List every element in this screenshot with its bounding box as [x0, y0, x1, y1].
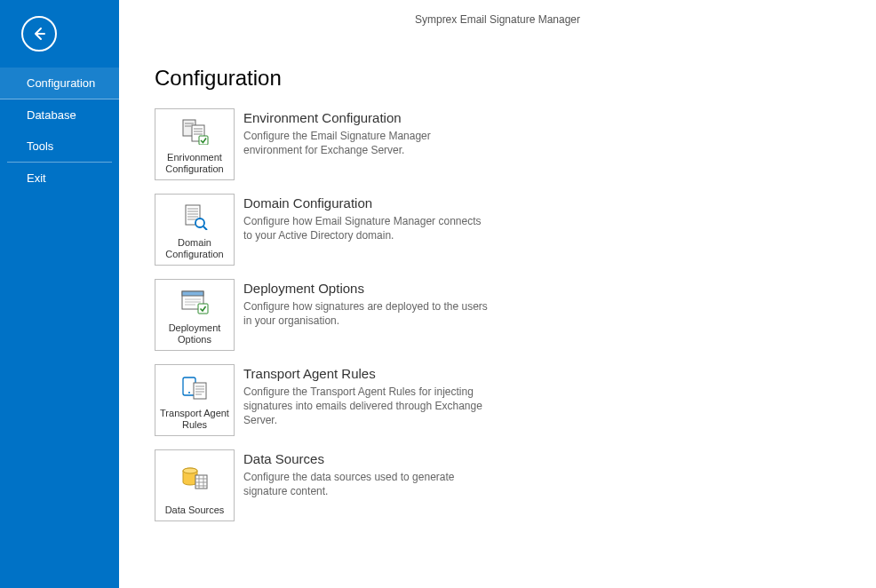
window-check-icon: [179, 284, 210, 320]
tile-title: Environment Configuration: [243, 110, 492, 125]
svg-rect-7: [199, 136, 208, 145]
tile-row: Enrivonment Configuration Environment Co…: [155, 108, 840, 180]
tile-text: Transport Agent Rules Configure the Tran…: [243, 364, 492, 428]
tile-desc: Configure how Email Signature Manager co…: [243, 214, 492, 242]
nav-item-database[interactable]: Database: [7, 99, 112, 131]
tile-data-sources[interactable]: Data Sources: [155, 449, 235, 521]
tile-environment-configuration[interactable]: Enrivonment Configuration: [155, 108, 235, 180]
tile-text: Environment Configuration Configure the …: [243, 108, 492, 157]
tile-domain-configuration[interactable]: Domain Configuration: [155, 194, 235, 266]
tile-title: Data Sources: [243, 451, 492, 466]
page-title: Configuration: [155, 66, 840, 91]
content-area: Configuration Enrivonment Configuration …: [119, 39, 876, 535]
tile-label: Data Sources: [165, 505, 225, 516]
svg-line-15: [203, 226, 207, 230]
servers-check-icon: [179, 114, 210, 149]
db-table-icon: [179, 455, 210, 502]
tile-deployment-options[interactable]: Deployment Options: [155, 279, 235, 351]
nav-item-configuration[interactable]: Configuration: [0, 68, 119, 99]
tile-label: Transport Agent Rules: [158, 408, 231, 431]
tile-desc: Configure how signatures are deployed to…: [243, 299, 492, 328]
server-search-icon: [180, 199, 209, 234]
nav-item-tools[interactable]: Tools: [7, 131, 112, 163]
tile-row: Domain Configuration Domain Configuratio…: [155, 194, 840, 266]
nav-item-exit[interactable]: Exit: [7, 163, 112, 194]
tile-label: Deployment Options: [158, 322, 231, 346]
tile-title: Transport Agent Rules: [243, 366, 492, 381]
tile-row: Data Sources Data Sources Configure the …: [155, 449, 840, 521]
back-button[interactable]: [21, 16, 57, 52]
nav-list: Configuration Database Tools Exit: [0, 68, 119, 194]
tile-desc: Configure the Email Signature Manager en…: [243, 129, 492, 157]
tile-row: Transport Agent Rules Transport Agent Ru…: [155, 364, 840, 436]
window-title: Symprex Email Signature Manager: [119, 0, 876, 39]
tile-title: Deployment Options: [243, 281, 492, 296]
svg-point-23: [188, 392, 190, 393]
tile-row: Deployment Options Deployment Options Co…: [155, 279, 840, 351]
tile-label: Enrivonment Configuration: [158, 152, 231, 175]
svg-rect-21: [198, 304, 208, 314]
arrow-left-icon: [30, 25, 48, 43]
svg-rect-17: [182, 291, 203, 296]
svg-point-30: [183, 468, 197, 473]
device-doc-icon: [179, 369, 210, 405]
tile-title: Domain Configuration: [243, 195, 492, 211]
svg-rect-24: [194, 383, 206, 399]
tile-desc: Configure the data sources used to gener…: [243, 470, 492, 498]
tile-text: Domain Configuration Configure how Email…: [243, 194, 492, 242]
tile-label: Domain Configuration: [158, 237, 231, 260]
main-area: Symprex Email Signature Manager Configur…: [119, 0, 876, 588]
tile-desc: Configure the Transport Agent Rules for …: [243, 385, 492, 428]
tile-transport-agent-rules[interactable]: Transport Agent Rules: [155, 364, 235, 436]
svg-point-14: [195, 219, 204, 227]
sidebar: Configuration Database Tools Exit: [0, 0, 119, 588]
tile-text: Deployment Options Configure how signatu…: [243, 279, 492, 328]
tile-text: Data Sources Configure the data sources …: [243, 449, 492, 498]
